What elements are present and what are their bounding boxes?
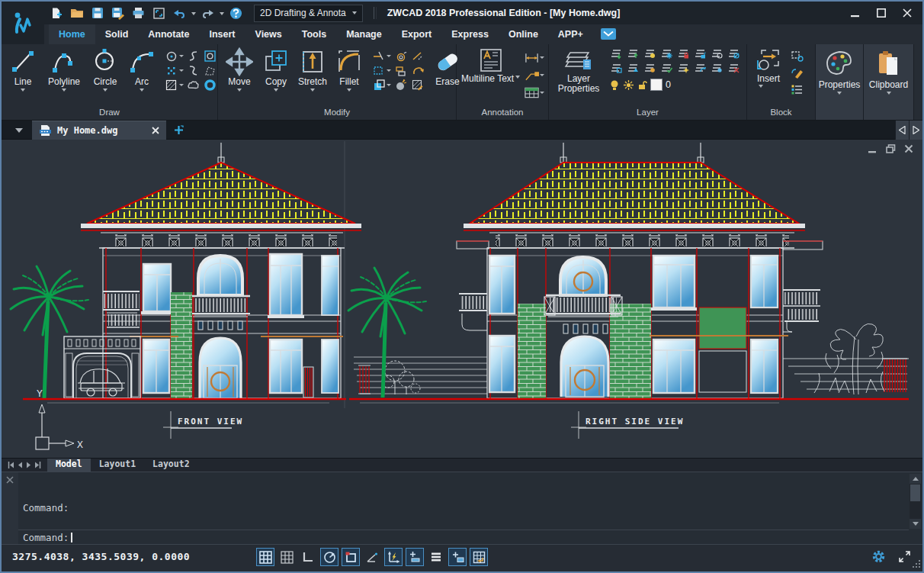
print-icon[interactable]: [130, 5, 147, 21]
layer-unisolate-icon[interactable]: [727, 47, 741, 60]
doc-list-caret-icon[interactable]: [15, 128, 23, 137]
snap-toggle[interactable]: [256, 548, 274, 566]
hatch-caret-icon[interactable]: [179, 84, 184, 89]
scrollbar-thumb[interactable]: [910, 484, 920, 501]
command-close-icon[interactable]: [6, 476, 14, 484]
front-palm-tree[interactable]: [11, 266, 88, 398]
tab-views[interactable]: Views: [245, 24, 292, 44]
front-view-label-group[interactable]: FRONT VIEW: [163, 411, 243, 439]
tab-scroll-right-icon[interactable]: [909, 121, 922, 140]
front-brick-pillar[interactable]: [171, 292, 192, 398]
layer-state-icon[interactable]: [659, 61, 674, 74]
front-view-drawing[interactable]: FRONT VIEW: [11, 143, 361, 439]
tab-insert[interactable]: Insert: [199, 24, 245, 44]
fillet-caret-icon[interactable]: [347, 89, 351, 94]
first-layout-icon[interactable]: [8, 462, 14, 468]
point-icon[interactable]: [164, 64, 178, 77]
copy-caret-icon[interactable]: [274, 89, 278, 94]
align-icon[interactable]: [393, 64, 408, 77]
side-left-balcony[interactable]: [459, 294, 487, 330]
circle-button[interactable]: Circle: [87, 47, 124, 94]
model-space[interactable]: FRONT VIEW: [2, 140, 922, 458]
ellipse-icon[interactable]: [164, 50, 178, 63]
layer-on-icon[interactable]: [626, 47, 640, 60]
cycle-toggle[interactable]: [427, 548, 445, 566]
layer-make-current-icon[interactable]: [609, 61, 624, 74]
scale-icon[interactable]: [371, 64, 386, 77]
dynamic-input-toggle[interactable]: [384, 548, 403, 566]
move-caret-icon[interactable]: [237, 89, 242, 94]
document-tab-active[interactable]: My Home.dwg: [32, 121, 166, 140]
panel-properties[interactable]: Properties: [816, 44, 864, 120]
stretch-button[interactable]: Stretch: [294, 47, 331, 94]
settings-gear-icon[interactable]: [871, 549, 886, 564]
edit-block-icon[interactable]: [790, 66, 804, 79]
new-file-icon[interactable]: [47, 5, 65, 21]
stretch-caret-icon[interactable]: [310, 89, 315, 94]
line-caret-icon[interactable]: [21, 89, 25, 94]
mdi-restore-icon[interactable]: [886, 144, 896, 153]
dimension-caret-icon[interactable]: [540, 56, 544, 61]
side-roof[interactable]: [470, 163, 799, 224]
donut-icon[interactable]: [203, 79, 217, 92]
command-input[interactable]: Command:: [23, 532, 72, 543]
front-side-gate[interactable]: [303, 367, 313, 398]
minimize-button[interactable]: [845, 5, 866, 21]
arc-button[interactable]: Arc: [124, 47, 160, 94]
redo-dropdown-caret[interactable]: [220, 12, 224, 18]
tab-online[interactable]: Online: [499, 24, 548, 44]
side-arch-window[interactable]: [560, 257, 606, 295]
clipboard-caret-icon[interactable]: [887, 92, 891, 97]
move-button[interactable]: Move: [221, 47, 258, 94]
grid-toggle[interactable]: [278, 548, 296, 566]
workspace-selector[interactable]: 2D Drafting & Annota: [254, 5, 363, 22]
front-arch-door[interactable]: [200, 338, 241, 398]
scroll-up-icon[interactable]: [910, 474, 921, 484]
ellipse-caret-icon[interactable]: [179, 55, 184, 60]
mdi-close-icon[interactable]: [904, 144, 913, 153]
spline-icon[interactable]: [186, 50, 201, 63]
point-caret-icon[interactable]: [179, 69, 184, 74]
side-left-windows[interactable]: [489, 256, 515, 392]
arc-caret-icon[interactable]: [140, 89, 144, 94]
help-icon[interactable]: [227, 5, 245, 21]
save-as-icon[interactable]: [109, 5, 127, 21]
viewport-toggle[interactable]: [470, 548, 488, 566]
layer-isolate-icon[interactable]: [710, 47, 724, 60]
hatch-icon[interactable]: [164, 79, 178, 92]
command-window[interactable]: Command: Command: '_.zoom Specify corner…: [2, 472, 922, 544]
panel-clipboard[interactable]: Clipboard: [864, 44, 914, 120]
lineweight-toggle[interactable]: [406, 548, 424, 566]
side-view-drawing[interactable]: RIGHT SIDE VIEW: [348, 143, 909, 439]
side-shrub-sketch[interactable]: [814, 324, 884, 394]
region-icon[interactable]: [203, 50, 217, 63]
side-arch-door[interactable]: [561, 336, 608, 397]
tab-scroll-left-icon[interactable]: [895, 121, 909, 140]
scroll-down-icon[interactable]: [910, 519, 921, 529]
side-brick-wall-right[interactable]: [610, 304, 651, 398]
ortho-toggle[interactable]: [299, 548, 317, 566]
hatch-edit-icon[interactable]: [410, 79, 425, 92]
layer-off-icon[interactable]: [609, 47, 624, 60]
tab-solid[interactable]: Solid: [95, 24, 139, 44]
trim-caret-icon[interactable]: [387, 55, 391, 60]
undo-icon[interactable]: [171, 5, 188, 21]
side-red-fence[interactable]: [883, 359, 909, 392]
plot-preview-icon[interactable]: [150, 5, 168, 21]
copy-button[interactable]: Copy: [258, 47, 294, 94]
polyline-button[interactable]: Polyline: [41, 47, 87, 94]
last-layout-icon[interactable]: [34, 462, 41, 468]
tab-export[interactable]: Export: [392, 24, 442, 44]
create-block-icon[interactable]: [790, 50, 804, 63]
wipeout-icon[interactable]: [203, 64, 217, 77]
resize-grip[interactable]: [912, 559, 921, 568]
front-roof[interactable]: [87, 163, 355, 224]
layer-lock-icon[interactable]: [676, 47, 691, 60]
prev-layout-icon[interactable]: [18, 462, 23, 468]
layout-tab-layout2[interactable]: Layout2: [144, 459, 197, 472]
dynamic-ucs-toggle[interactable]: [448, 548, 467, 566]
trim-icon[interactable]: [371, 50, 386, 63]
layer-freeze-icon[interactable]: [659, 47, 674, 60]
document-close-icon[interactable]: [152, 127, 159, 134]
scale-caret-icon[interactable]: [387, 69, 391, 74]
